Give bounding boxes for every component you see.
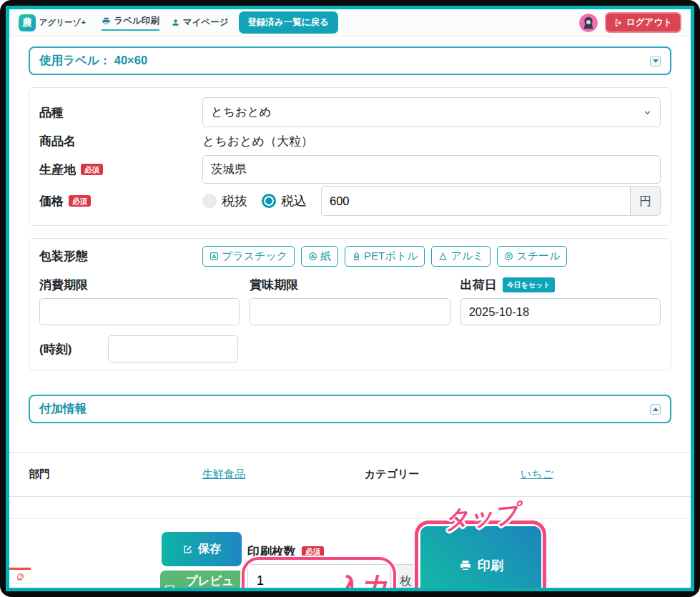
debugbar-toggle[interactable] [9,568,31,583]
variety-label: 品種 [39,104,202,121]
required-badge: 必須 [81,164,103,175]
preview-button[interactable]: プレビュー [160,571,244,591]
category-row: 部門 生鮮食品 カテゴリー いちご [9,452,691,497]
expiry-label-text: 消費期限 [39,277,88,293]
tax-excluded-label[interactable]: 税抜 [222,192,247,209]
nav-label-print-text: ラベル印刷 [114,15,159,27]
packaging-paper-text: 紙 [320,250,331,263]
nav-label-print[interactable]: ラベル印刷 [102,15,159,31]
packaging-label: 包装形態 [39,248,202,265]
ship-date-input[interactable] [460,298,661,325]
printer-icon [459,559,472,572]
product-name-label: 商品名 [39,133,202,149]
additional-info-section-header: 付加情報 [29,395,671,423]
price-input[interactable] [321,186,631,216]
origin-label-text: 生産地 [39,162,76,178]
recycle-paper-icon [308,252,317,261]
avatar-image [579,14,598,32]
ship-date-label-text: 出荷日 [460,277,497,293]
best-before-label-text: 賞味期限 [250,277,298,293]
packaging-pet-button[interactable]: PETボトル [345,246,425,267]
nav-mypage[interactable]: マイページ [171,16,229,29]
price-row: 価格 必須 税抜 税込 円 [39,186,661,216]
expiry-label: 消費期限 [39,277,240,293]
copies-label-text: 印刷枚数 [247,543,296,560]
department-link[interactable]: 生鮮食品 [202,468,245,480]
print-button[interactable]: 印刷 [420,526,542,591]
packaging-label-text: 包装形態 [39,248,88,265]
caret-down-glyph [653,59,659,63]
packaging-aluminum-text: アルミ [450,250,483,263]
top-right-group: ログアウト [579,12,681,33]
packaging-pet-text: PETボトル [364,250,418,263]
price-unit-addon: 円 [631,186,661,216]
best-before-input[interactable] [250,298,450,325]
packaging-plastic-button[interactable]: プラスチック [202,246,295,267]
action-bar: 保存 プレビュー 印刷枚数 必須 枚 印刷 [9,518,691,591]
save-button[interactable]: 保存 [162,532,242,566]
user-avatar[interactable] [579,14,598,32]
recycle-plastic-icon [209,252,219,261]
category-label: カテゴリー [365,468,521,481]
top-navigation-bar: 農 アグリーゾ+ ラベル印刷 マイページ 登録済み一覧に戻る [9,9,691,36]
product-name-label-text: 商品名 [39,133,76,149]
copies-input[interactable] [247,564,391,591]
required-badge: 必須 [302,546,324,558]
price-label: 価格 必須 [39,193,202,209]
expiry-date-input[interactable] [39,298,240,325]
tax-excluded-radio[interactable] [202,194,217,208]
origin-input[interactable] [202,155,661,184]
time-label: (時刻) [39,341,108,357]
logout-text: ログアウト [626,16,672,29]
packaging-paper-button[interactable]: 紙 [301,246,338,267]
collapse-toggle-up-icon[interactable] [650,404,661,415]
best-before-label: 賞味期限 [250,277,450,293]
packaging-steel-button[interactable]: スチール [497,246,567,267]
time-input[interactable] [108,335,238,362]
chevron-down-icon [643,108,652,117]
additional-info-title: 付加情報 [39,401,87,417]
ship-date-label: 出荷日 今日をセット [460,277,661,293]
product-name-row: 商品名 とちおとめ（大粒） [39,133,661,149]
user-icon [171,18,180,27]
print-button-text: 印刷 [478,557,503,574]
tax-included-radio[interactable] [262,194,276,208]
packaging-dates-card: 包装形態 プラスチック 紙 PETボトル [29,238,671,370]
caret-up-glyph [653,408,659,411]
time-label-text: (時刻) [39,341,72,357]
preview-button-text: プレビュー [180,573,240,592]
back-to-list-button[interactable]: 登録済み一覧に戻る [239,11,338,34]
printer-icon [102,16,111,26]
category-link[interactable]: いちご [521,468,553,480]
nav-mypage-text: マイページ [183,16,229,29]
variety-select[interactable]: とちおとめ [202,97,661,127]
logout-icon [614,19,623,27]
preview-icon [164,583,175,591]
recycle-aluminum-icon [438,252,448,261]
product-name-value: とちおとめ（大粒） [202,133,313,149]
variety-selected-value: とちおとめ [211,104,271,120]
origin-label: 生産地 必須 [39,162,202,178]
brand-logo-icon: 農 [19,14,36,31]
recycle-pet-icon [352,252,361,261]
required-badge: 必須 [69,195,91,207]
copies-unit-addon: 枚 [391,564,421,591]
copies-input-group: 枚 [247,564,421,591]
screenshot-frame: 農 アグリーゾ+ ラベル印刷 マイページ 登録済み一覧に戻る [0,0,700,597]
copies-label: 印刷枚数 必須 [247,543,324,560]
variety-row: 品種 とちおとめ [39,97,661,127]
main-nav: ラベル印刷 マイページ [102,15,228,31]
debugbar-icon [16,572,25,581]
set-today-button[interactable]: 今日をセット [503,277,555,292]
expiry-date-field: 消費期限 [39,277,240,325]
collapse-toggle-down-icon[interactable] [650,56,661,66]
time-row: (時刻) [39,335,661,362]
packaging-aluminum-button[interactable]: アルミ [431,246,491,267]
tax-included-label[interactable]: 税込 [281,192,307,209]
price-label-text: 価格 [39,193,64,209]
save-button-text: 保存 [198,541,222,557]
date-fields-row: 消費期限 賞味期限 出荷日 今日をセット [39,277,661,325]
logout-button[interactable]: ログアウト [605,12,681,33]
brand-name: アグリーゾ+ [39,17,86,28]
main-content: 使用ラベル： 40×60 品種 とちおとめ 商品名 とちおとめ（大粒） [9,36,691,591]
